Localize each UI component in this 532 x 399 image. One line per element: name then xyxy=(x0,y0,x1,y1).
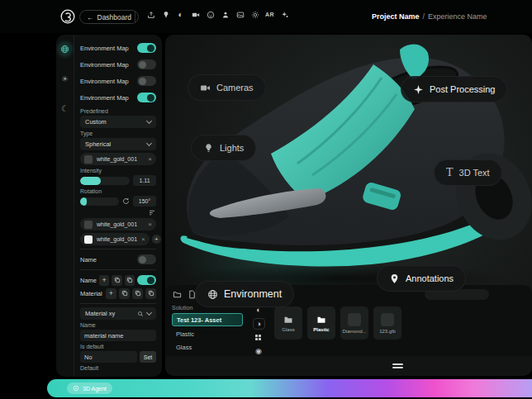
env-map-toggle[interactable] xyxy=(137,59,156,69)
drag-handle[interactable] xyxy=(392,363,403,368)
copy-icon[interactable] xyxy=(112,275,121,286)
asset-list-item[interactable]: Test 123- Asset xyxy=(172,313,243,326)
map-item-row: white_gold_001 × xyxy=(80,218,156,230)
breadcrumb-separator: / xyxy=(423,12,425,21)
grid-view-icon[interactable] xyxy=(254,333,264,343)
asset-card-label: Glass xyxy=(282,327,294,332)
sphere-view-icon[interactable]: ◉ xyxy=(254,346,264,356)
asset-card[interactable]: Diamond... xyxy=(340,306,368,340)
person-pin-icon[interactable] xyxy=(220,9,230,20)
copy-icon[interactable] xyxy=(125,275,135,286)
rotation-reset-icon[interactable] xyxy=(122,197,130,205)
name-row-toggle[interactable] xyxy=(137,275,156,285)
copy-icon[interactable] xyxy=(132,288,143,299)
predefined-select[interactable]: Custom xyxy=(80,116,156,128)
magic-avatar-icon[interactable] xyxy=(279,9,290,20)
type-select[interactable]: Spherical xyxy=(80,138,156,150)
predefined-value: Custom xyxy=(85,118,144,126)
asset-list-item[interactable]: Plastic xyxy=(172,328,241,340)
intensity-value: 1.11 xyxy=(133,175,156,186)
chevron-down-icon xyxy=(146,118,152,124)
sun-icon[interactable]: ☀ xyxy=(59,73,71,85)
globe-icon[interactable] xyxy=(59,43,71,55)
material-name-input[interactable]: material name xyxy=(80,330,156,341)
ar-button[interactable]: AR xyxy=(264,9,275,20)
copy-icon[interactable] xyxy=(145,288,156,299)
is-default-row: No Set xyxy=(80,351,156,363)
map-item[interactable]: white_gold_001 × xyxy=(80,233,150,245)
add-button[interactable]: + xyxy=(106,288,116,299)
remove-map-button[interactable]: × xyxy=(148,221,152,228)
image-icon[interactable] xyxy=(235,9,245,20)
annotations-pill[interactable]: Annotations xyxy=(377,265,466,292)
material-row-label: Material xyxy=(80,290,103,297)
add-button[interactable]: + xyxy=(99,275,109,286)
rotation-label: Rotation xyxy=(80,188,156,194)
set-button[interactable]: Set xyxy=(140,351,156,363)
name-row-label: Name xyxy=(80,277,97,284)
dashboard-button[interactable]: ← Dashboard xyxy=(79,10,139,24)
moon-icon[interactable]: ☾ xyxy=(59,102,71,115)
contrast-right-icon[interactable]: ◑ xyxy=(253,318,265,330)
agent-gradient-bar: 3D Agent xyxy=(47,379,532,397)
settings-gear-icon[interactable] xyxy=(249,9,260,20)
globe-icon xyxy=(207,289,218,300)
copy-icon[interactable] xyxy=(119,288,130,299)
name-toggle-row: Name xyxy=(80,253,156,266)
app-logo-icon[interactable] xyxy=(59,8,76,25)
upload-icon[interactable] xyxy=(145,9,156,20)
environment-pill[interactable]: Environment xyxy=(195,281,294,307)
3d-text-pill[interactable]: T 3D Text xyxy=(434,159,502,186)
env-map-toggle[interactable] xyxy=(137,93,156,102)
env-map-toggle[interactable] xyxy=(137,43,156,53)
env-map-row: Environment Map xyxy=(80,40,156,56)
is-default-label: Is default xyxy=(80,344,156,349)
asset-card[interactable]: 123.glb xyxy=(373,306,401,340)
remove-map-button[interactable]: × xyxy=(148,155,152,163)
asset-card[interactable]: Glass xyxy=(274,306,302,340)
contrast-icon[interactable]: ◐ xyxy=(175,9,186,20)
env-map-toggle[interactable] xyxy=(137,76,156,86)
intensity-slider-fill xyxy=(80,177,101,185)
environment-label: Environment xyxy=(224,288,282,300)
asset-card[interactable]: Plastic xyxy=(307,306,335,340)
light-bulb-icon[interactable] xyxy=(160,9,171,20)
predefined-label: Predefined xyxy=(80,108,156,114)
video-camera-icon[interactable] xyxy=(190,9,201,20)
is-default-input[interactable]: No xyxy=(80,351,137,363)
face-icon[interactable] xyxy=(205,9,216,20)
3d-agent-button[interactable]: 3D Agent xyxy=(67,382,112,394)
back-arrow-icon: ← xyxy=(87,13,94,21)
map-slot[interactable]: white_gold_001 × xyxy=(80,153,156,165)
cameras-pill[interactable]: Cameras xyxy=(188,74,266,101)
asset-list-item[interactable]: Glass xyxy=(172,341,241,353)
intensity-label: Intensity xyxy=(80,168,156,173)
folder-icon[interactable] xyxy=(172,289,182,299)
filter-row xyxy=(80,209,156,216)
3d-agent-label: 3D Agent xyxy=(83,386,107,392)
assets-bottom-strip xyxy=(165,356,532,376)
add-map-button[interactable]: + xyxy=(152,235,161,244)
intensity-slider[interactable] xyxy=(80,177,130,185)
video-camera-icon xyxy=(200,83,211,93)
divider xyxy=(80,303,156,304)
env-map-row: Environment Map xyxy=(80,89,156,106)
viewport-3d[interactable]: Cameras Post Processing Lights T 3D Text… xyxy=(165,35,532,376)
env-map-label: Environment Map xyxy=(80,94,129,102)
map-name: white_gold_001 xyxy=(97,221,144,227)
map-thumbnail xyxy=(84,235,93,244)
env-map-row: Environment Map xyxy=(80,56,156,73)
filter-icon[interactable] xyxy=(148,209,156,216)
cameras-label: Cameras xyxy=(216,83,254,93)
remove-map-button[interactable]: × xyxy=(141,235,145,243)
name-toggle[interactable] xyxy=(137,254,156,264)
lights-pill[interactable]: Lights xyxy=(191,135,256,161)
post-processing-pill[interactable]: Post Processing xyxy=(401,76,507,102)
material-select[interactable]: Material xy xyxy=(80,307,156,320)
rotation-slider[interactable] xyxy=(80,197,119,206)
type-value: Spherical xyxy=(85,140,144,148)
asset-card-label: Plastic xyxy=(313,327,329,332)
light-bulb-icon xyxy=(203,143,214,154)
map-item[interactable]: white_gold_001 × xyxy=(80,218,156,230)
rotation-row: 150° xyxy=(80,196,156,207)
